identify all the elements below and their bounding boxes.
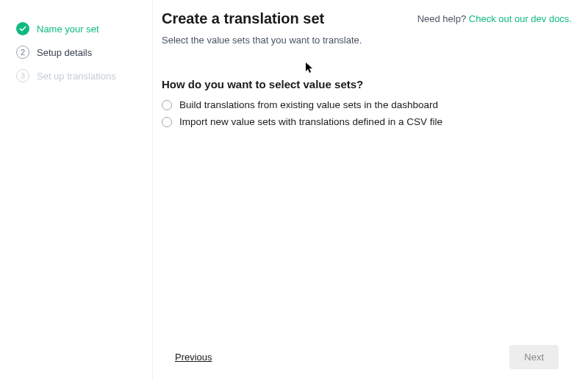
- help-text: Need help?: [417, 13, 469, 24]
- radio-label: Import new value sets with translations …: [179, 116, 442, 127]
- section-title: How do you want to select value sets?: [162, 78, 572, 90]
- step-number-icon: 2: [16, 46, 29, 59]
- page-subtitle: Select the value sets that you want to t…: [162, 35, 362, 46]
- help-text-row: Need help? Check out our dev docs.: [417, 13, 572, 24]
- main-content: Create a translation set Select the valu…: [153, 0, 588, 381]
- wizard-footer: Previous Next: [162, 339, 572, 375]
- step-label: Set up translations: [37, 71, 116, 82]
- previous-button[interactable]: Previous: [175, 352, 212, 363]
- step-number-icon: 3: [16, 69, 29, 82]
- radio-label: Build translations from existing value s…: [179, 99, 438, 110]
- step-label: Name your set: [37, 24, 99, 35]
- next-button[interactable]: Next: [509, 345, 559, 369]
- checkmark-icon: [16, 22, 29, 35]
- step-setup-details[interactable]: 2 Setup details: [16, 46, 152, 59]
- dev-docs-link[interactable]: Check out our dev docs.: [469, 13, 572, 24]
- radio-icon: [162, 100, 172, 110]
- step-label: Setup details: [37, 47, 92, 58]
- radio-icon: [162, 117, 172, 127]
- page-title: Create a translation set: [162, 10, 362, 27]
- step-set-up-translations[interactable]: 3 Set up translations: [16, 69, 152, 82]
- radio-option-build-existing[interactable]: Build translations from existing value s…: [162, 99, 572, 110]
- step-name-your-set[interactable]: Name your set: [16, 22, 152, 35]
- radio-option-import-csv[interactable]: Import new value sets with translations …: [162, 116, 572, 127]
- wizard-sidebar: Name your set 2 Setup details 3 Set up t…: [0, 0, 153, 381]
